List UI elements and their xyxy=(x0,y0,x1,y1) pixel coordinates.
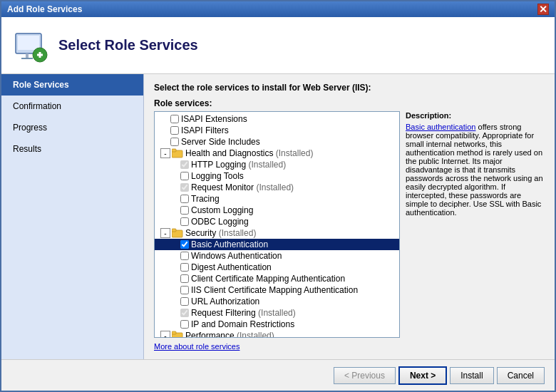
isapi-filters-checkbox[interactable] xyxy=(170,126,179,135)
cancel-button[interactable]: Cancel xyxy=(497,367,545,384)
services-panel: ISAPI Extensions ISAPI Filters Server Si… xyxy=(154,111,545,338)
sidebar-item-results[interactable]: Results xyxy=(1,138,143,160)
description-label: Description: xyxy=(406,111,545,120)
description-text: Basic authentication offers strong brows… xyxy=(406,123,545,217)
more-about-link[interactable]: More about role services xyxy=(154,342,545,351)
performance-group[interactable]: - Performance (Installed) xyxy=(155,330,399,338)
request-monitor-checkbox[interactable] xyxy=(180,183,189,192)
http-logging-checkbox[interactable] xyxy=(180,160,189,169)
folder-icon xyxy=(172,148,183,158)
basic-authentication-item[interactable]: Basic Authentication xyxy=(155,239,399,250)
header-icon xyxy=(13,28,48,63)
svg-rect-3 xyxy=(21,58,33,59)
request-filtering-checkbox[interactable] xyxy=(180,309,189,317)
svg-rect-12 xyxy=(172,331,176,334)
sidebar-item-confirmation[interactable]: Confirmation xyxy=(1,96,143,117)
list-item[interactable]: ODBC Logging xyxy=(155,216,399,227)
list-item[interactable]: Custom Logging xyxy=(155,205,399,216)
iis-client-cert-checkbox[interactable] xyxy=(180,286,189,294)
title-bar: Add Role Services ✕ xyxy=(1,1,555,17)
list-item[interactable]: Logging Tools xyxy=(155,170,399,182)
window-title: Add Role Services xyxy=(7,4,82,14)
ip-domain-checkbox[interactable] xyxy=(180,320,189,329)
list-item[interactable]: Tracing xyxy=(155,193,399,205)
list-item[interactable]: HTTP Logging (Installed) xyxy=(155,159,399,170)
performance-toggle[interactable]: - xyxy=(160,331,170,338)
list-item[interactable]: IP and Domain Restrictions xyxy=(155,319,399,330)
list-item[interactable]: Digest Authentication xyxy=(155,262,399,273)
description-panel: Description: Basic authentication offers… xyxy=(406,111,545,338)
svg-rect-8 xyxy=(172,149,176,152)
main-content: Role Services Confirmation Progress Resu… xyxy=(1,74,555,359)
svg-rect-6 xyxy=(39,52,41,58)
list-item[interactable]: ISAPI Extensions xyxy=(155,113,399,125)
client-cert-checkbox[interactable] xyxy=(180,274,189,283)
list-item[interactable]: Client Certificate Mapping Authenticatio… xyxy=(155,273,399,284)
install-button[interactable]: Install xyxy=(450,367,493,384)
list-item[interactable]: Request Filtering (Installed) xyxy=(155,307,399,319)
list-item[interactable]: IIS Client Certificate Mapping Authentic… xyxy=(155,284,399,296)
svg-rect-1 xyxy=(18,36,39,50)
header: Select Role Services xyxy=(1,17,555,74)
odbc-logging-checkbox[interactable] xyxy=(180,217,189,226)
window: Add Role Services ✕ Select Role Services… xyxy=(0,0,556,392)
description-body: offers strong browser compatibility. App… xyxy=(406,123,543,217)
description-link[interactable]: Basic authentication xyxy=(406,123,475,131)
list-item[interactable]: ISAPI Filters xyxy=(155,125,399,136)
next-button[interactable]: Next > xyxy=(398,366,447,385)
content-area: Select the role services to install for … xyxy=(144,74,555,359)
svg-rect-10 xyxy=(172,229,176,232)
logging-tools-checkbox[interactable] xyxy=(180,172,189,180)
list-item[interactable]: URL Authorization xyxy=(155,296,399,307)
custom-logging-checkbox[interactable] xyxy=(180,206,189,215)
sidebar-item-progress[interactable]: Progress xyxy=(1,117,143,138)
svg-rect-2 xyxy=(26,53,29,58)
security-group[interactable]: - Security (Installed) xyxy=(155,227,399,239)
content-instruction: Select the role services to install for … xyxy=(154,83,545,93)
isapi-extensions-checkbox[interactable] xyxy=(170,115,179,123)
security-toggle[interactable]: - xyxy=(160,228,170,238)
sidebar-item-role-services[interactable]: Role Services xyxy=(1,74,143,96)
role-services-tree[interactable]: ISAPI Extensions ISAPI Filters Server Si… xyxy=(154,111,400,338)
list-item[interactable]: Request Monitor (Installed) xyxy=(155,182,399,193)
url-auth-checkbox[interactable] xyxy=(180,297,189,306)
role-services-label: Role services: xyxy=(154,98,545,108)
close-button[interactable]: ✕ xyxy=(537,4,549,15)
sidebar: Role Services Confirmation Progress Resu… xyxy=(1,74,144,359)
footer: < Previous Next > Install Cancel xyxy=(1,359,555,391)
previous-button[interactable]: < Previous xyxy=(334,367,396,384)
server-side-includes-checkbox[interactable] xyxy=(170,138,179,146)
list-item[interactable]: Server Side Includes xyxy=(155,136,399,148)
windows-auth-checkbox[interactable] xyxy=(180,252,189,260)
folder-icon xyxy=(172,331,183,338)
health-diagnostics-group[interactable]: - Health and Diagnostics (Installed) xyxy=(155,148,399,159)
digest-auth-checkbox[interactable] xyxy=(180,263,189,272)
basic-auth-checkbox[interactable] xyxy=(180,240,189,249)
list-item[interactable]: Windows Authentication xyxy=(155,250,399,262)
collapse-toggle[interactable]: - xyxy=(160,148,170,158)
folder-icon xyxy=(172,228,183,238)
tracing-checkbox[interactable] xyxy=(180,195,189,203)
page-title: Select Role Services xyxy=(58,37,198,53)
